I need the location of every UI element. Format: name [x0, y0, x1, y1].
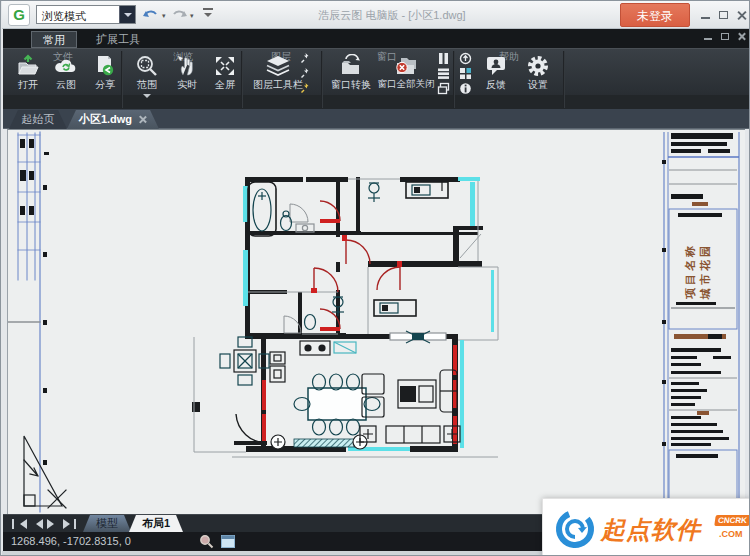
dwg-drawing [8, 130, 746, 515]
pin-yellow-icon[interactable] [299, 81, 317, 96]
tab-model[interactable]: 模型 [83, 515, 131, 532]
tile-horizontal-icon[interactable] [437, 66, 453, 81]
zoom-range-icon [129, 51, 165, 77]
ribbon-tab-home[interactable]: 常用 [31, 31, 77, 48]
watermark-logo-icon [553, 507, 597, 551]
fullscreen-arrows-icon [207, 51, 243, 77]
watermark-domain: .COM [719, 529, 743, 539]
window-sill-hatch [294, 439, 360, 447]
zoom-range-dropdown-icon[interactable] [143, 94, 151, 102]
triangle-detail [24, 436, 66, 508]
mode-select[interactable]: 浏览模式 [36, 5, 136, 24]
cloud-icon [47, 51, 85, 77]
qat-customize-icon[interactable] [202, 8, 214, 20]
hand-icon [169, 51, 205, 77]
ribbon-group-strip [3, 95, 749, 110]
document-tab-bar: 起始页 小区1.dwg [3, 109, 749, 129]
undo-dropdown-icon[interactable]: ▾ [162, 12, 166, 20]
floor-plan [192, 177, 498, 457]
realtime-pan-button[interactable]: 实时 [169, 51, 205, 95]
cascade-windows-icon[interactable] [437, 81, 453, 96]
login-button[interactable]: 未登录 [620, 3, 690, 27]
last-tab-icon[interactable] [63, 519, 73, 529]
tab-close-icon[interactable] [138, 115, 147, 124]
drawing-canvas[interactable]: 项目名称 城市花园 [7, 129, 745, 514]
feedback-icon [477, 51, 515, 77]
app-logo-icon: G [8, 4, 30, 26]
mdi-minimize-icon[interactable] [703, 32, 715, 42]
update-icon[interactable] [459, 51, 475, 66]
mdi-close-icon[interactable] [737, 32, 749, 42]
watermark-name: 起点软件 [601, 514, 701, 546]
left-sheet [8, 132, 66, 512]
modules-icon[interactable] [459, 66, 475, 81]
ribbon-tab-extended-tools[interactable]: 扩展工具 [85, 31, 151, 48]
share-icon [87, 51, 123, 77]
prev-tab-icon[interactable] [31, 519, 41, 529]
watermark: 起点软件 CNCRK .COM [542, 498, 750, 556]
tab-drawing[interactable]: 小区1.dwg [67, 110, 159, 129]
feedback-button[interactable]: 反馈 [477, 51, 515, 95]
mdi-restore-icon[interactable] [720, 32, 732, 42]
info-icon[interactable] [459, 81, 475, 96]
redo-icon[interactable] [170, 6, 192, 22]
redo-dropdown-icon[interactable]: ▾ [190, 12, 194, 20]
pin-icon[interactable] [299, 51, 317, 66]
minimize-icon[interactable] [700, 10, 712, 20]
watermark-badge: CNCRK [714, 515, 750, 526]
first-tab-icon[interactable] [15, 519, 25, 529]
mode-select-value: 浏览模式 [42, 9, 86, 24]
open-folder-icon [9, 51, 47, 77]
window-close-all-icon [375, 51, 437, 77]
project-title-vertical-text: 项目名称 城市花园 [683, 219, 727, 323]
window-switch-icon [327, 51, 375, 77]
close-icon[interactable] [736, 10, 748, 20]
settings-button[interactable]: 设置 [519, 51, 557, 95]
window-title: 浩辰云图 电脑版 - [小区1.dwg] [252, 8, 532, 23]
open-button[interactable]: 打开 [9, 51, 47, 95]
next-tab-icon[interactable] [47, 519, 57, 529]
window-close-all-button[interactable]: 窗口全部关闭 [375, 51, 437, 95]
panel-toggle-icon[interactable] [221, 534, 235, 552]
pin-icon[interactable] [299, 66, 317, 81]
undo-icon[interactable] [142, 6, 164, 22]
share-button[interactable]: 分享 [87, 51, 123, 95]
maximize-icon[interactable] [718, 10, 730, 20]
ribbon-body: 文件 浏览 图层 窗口 帮助 打开 云图 [3, 48, 749, 109]
cloud-button[interactable]: 云图 [47, 51, 85, 95]
application-window: G 浏览模式 ▾ ▾ 浩辰云图 电脑版 - [小区1.dwg] 未登录 常用 扩… [0, 0, 750, 556]
cursor-coordinates: 1268.496, -1702.8315, 0 [11, 535, 131, 547]
gear-icon [519, 51, 557, 77]
tab-start-page[interactable]: 起始页 [9, 110, 67, 129]
fullscreen-button[interactable]: 全屏 [207, 51, 243, 95]
tab-layout1[interactable]: 布局1 [129, 515, 183, 532]
zoom-extents-button[interactable]: 范围 [129, 51, 165, 95]
window-switch-button[interactable]: 窗口转换 [327, 51, 375, 95]
window-arrange-column [437, 51, 453, 96]
title-bar: G 浏览模式 ▾ ▾ 浩辰云图 电脑版 - [小区1.dwg] 未登录 [2, 1, 750, 29]
tile-vertical-icon[interactable] [437, 51, 453, 66]
layer-pin-column [299, 51, 317, 96]
help-mini-column [459, 51, 475, 96]
ribbon: 常用 扩展工具 文件 浏览 图层 窗口 帮助 打开 [3, 29, 749, 109]
mode-select-dropdown-icon[interactable] [119, 6, 135, 23]
